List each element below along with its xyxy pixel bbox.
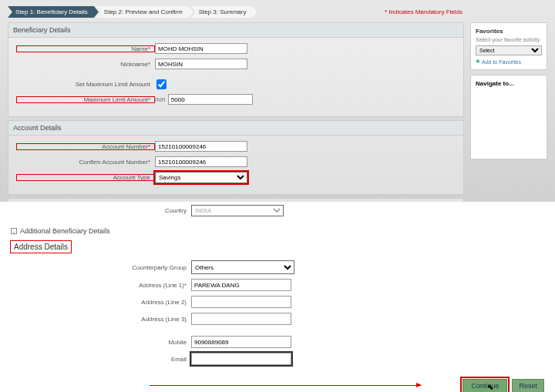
setmax-checkbox[interactable] <box>156 79 166 89</box>
step-2[interactable]: Step 2: Preview and Confirm <box>96 6 193 18</box>
favorites-sub: Select your favorite activity <box>476 37 542 42</box>
bank-title: Bank Details <box>8 199 463 202</box>
account-title: Account Details <box>8 121 463 136</box>
navigate-panel: Navigate to... <box>470 75 547 159</box>
name-input[interactable] <box>155 43 247 54</box>
continue-button[interactable]: Continue ⬉ <box>462 379 507 392</box>
wizard-steps: Step 1: Beneficiary Details Step 2: Prev… <box>8 6 547 18</box>
cpg-label: Counterparty Group <box>11 264 191 271</box>
favorites-select[interactable]: Select <box>476 45 542 55</box>
addr2-label: Address (Line 2) <box>11 299 191 306</box>
mobile-input[interactable] <box>191 336 291 348</box>
confirm-acct-input[interactable] <box>155 156 247 167</box>
addr1-label: Address (Line 1)* <box>11 282 191 289</box>
additional-toggle[interactable]: - Additional Beneficiary Details <box>11 227 544 235</box>
step-3[interactable]: Step 3: Summary <box>191 6 257 18</box>
step-1[interactable]: Step 1: Beneficiary Details <box>8 6 99 18</box>
beneficiary-panel: Beneficiary Details Name* Nickname* Set … <box>8 22 464 117</box>
favorites-panel: Favorites Select your favorite activity … <box>470 22 547 70</box>
favorites-title: Favorites <box>476 28 542 35</box>
maxlimit-label: Maximum Limit Amount* <box>16 96 155 103</box>
mobile-label: Mobile <box>11 339 191 346</box>
beneficiary-title: Beneficiary Details <box>8 23 463 38</box>
arrow-annotation <box>150 385 421 386</box>
minus-icon: - <box>11 228 17 234</box>
setmax-label: Set Maximum Limit Amount <box>16 81 155 88</box>
country-select[interactable]: INDIA <box>191 205 284 216</box>
account-panel: Account Details Account Number* Confirm … <box>8 120 464 195</box>
maxlimit-input[interactable] <box>168 94 253 105</box>
plus-icon: ✚ <box>476 59 480 65</box>
reset-button[interactable]: Reset <box>512 379 544 392</box>
confirm-acct-label: Confirm Account Number* <box>16 159 155 166</box>
nickname-label: Nickname* <box>16 61 155 68</box>
addr2-input[interactable] <box>191 296 291 308</box>
mandatory-note: * Indicates Mandatory Fields <box>385 8 462 15</box>
address-title: Address Details <box>11 241 71 253</box>
acct-input[interactable] <box>155 141 247 152</box>
navigate-title: Navigate to... <box>476 80 542 87</box>
acct-type-label: Account Type <box>16 174 155 181</box>
bank-panel: Bank Details Network & IFSC Code* Other … <box>8 198 464 202</box>
add-favorites-link[interactable]: ✚ Add to Favorites <box>476 59 542 65</box>
acct-type-select[interactable]: Savings <box>155 172 247 183</box>
addr3-input[interactable] <box>191 313 291 325</box>
name-label: Name* <box>16 45 155 52</box>
addr1-input[interactable] <box>191 279 291 291</box>
currency-label: INR <box>155 96 166 103</box>
acct-label: Account Number* <box>16 143 155 150</box>
email-input[interactable] <box>191 353 291 365</box>
country-label: Country <box>11 207 191 214</box>
nickname-input[interactable] <box>155 59 247 69</box>
cpg-select[interactable]: Others <box>191 260 294 274</box>
email-label: Email <box>11 356 191 363</box>
addr3-label: Address (Line 3) <box>11 316 191 323</box>
